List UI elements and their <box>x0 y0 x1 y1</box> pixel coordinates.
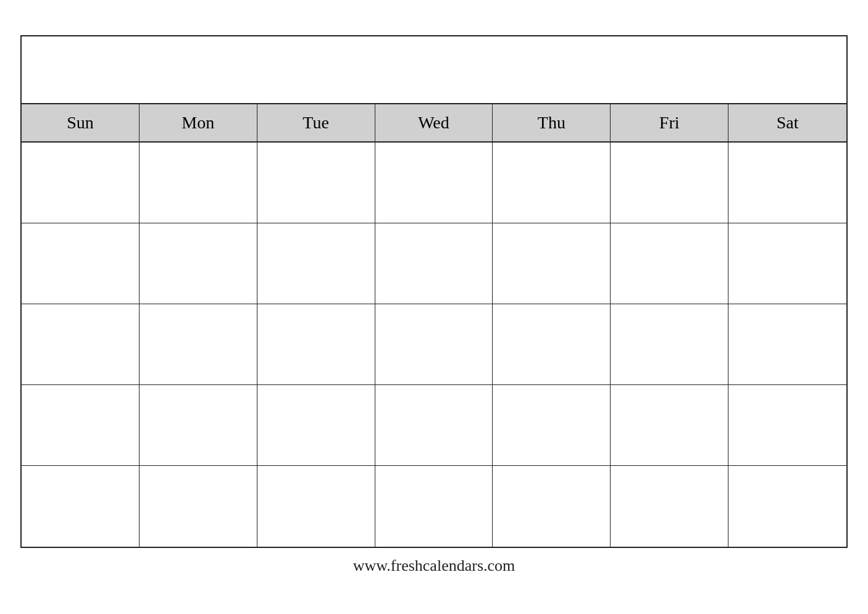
table-row <box>22 223 140 304</box>
table-row <box>728 143 846 223</box>
table-row <box>611 466 728 547</box>
table-row <box>611 223 728 304</box>
table-row <box>728 466 846 547</box>
table-row <box>22 466 140 547</box>
table-row <box>493 143 611 223</box>
table-row <box>611 304 728 384</box>
table-row <box>493 304 611 384</box>
table-row <box>257 143 375 223</box>
table-row <box>22 304 140 384</box>
table-row <box>375 143 493 223</box>
table-row <box>375 466 493 547</box>
calendar-week-2 <box>22 223 846 304</box>
table-row <box>140 304 257 384</box>
table-row <box>140 385 257 465</box>
calendar-body <box>22 143 846 547</box>
table-row <box>728 385 846 465</box>
header-wed: Wed <box>375 104 493 141</box>
calendar-week-1 <box>22 143 846 223</box>
table-row <box>728 304 846 384</box>
table-row <box>728 223 846 304</box>
table-row <box>611 143 728 223</box>
header-mon: Mon <box>140 104 257 141</box>
header-tue: Tue <box>257 104 375 141</box>
table-row <box>611 385 728 465</box>
table-row <box>140 223 257 304</box>
calendar-container: Sun Mon Tue Wed Thu Fri Sat <box>20 35 848 548</box>
table-row <box>375 385 493 465</box>
table-row <box>493 223 611 304</box>
calendar-footer: www.freshcalendars.com <box>20 548 848 579</box>
table-row <box>375 304 493 384</box>
header-fri: Fri <box>611 104 728 141</box>
calendar-title-row <box>22 36 846 104</box>
calendar-week-3 <box>22 304 846 385</box>
calendar-header: Sun Mon Tue Wed Thu Fri Sat <box>22 104 846 143</box>
table-row <box>257 223 375 304</box>
table-row <box>257 466 375 547</box>
calendar-week-5 <box>22 466 846 547</box>
table-row <box>140 143 257 223</box>
table-row <box>22 385 140 465</box>
table-row <box>257 385 375 465</box>
table-row <box>493 385 611 465</box>
header-sun: Sun <box>22 104 140 141</box>
table-row <box>22 143 140 223</box>
table-row <box>493 466 611 547</box>
header-thu: Thu <box>493 104 611 141</box>
table-row <box>375 223 493 304</box>
header-sat: Sat <box>728 104 846 141</box>
calendar-wrapper: Sun Mon Tue Wed Thu Fri Sat <box>20 35 848 579</box>
table-row <box>140 466 257 547</box>
table-row <box>257 304 375 384</box>
calendar-week-4 <box>22 385 846 466</box>
